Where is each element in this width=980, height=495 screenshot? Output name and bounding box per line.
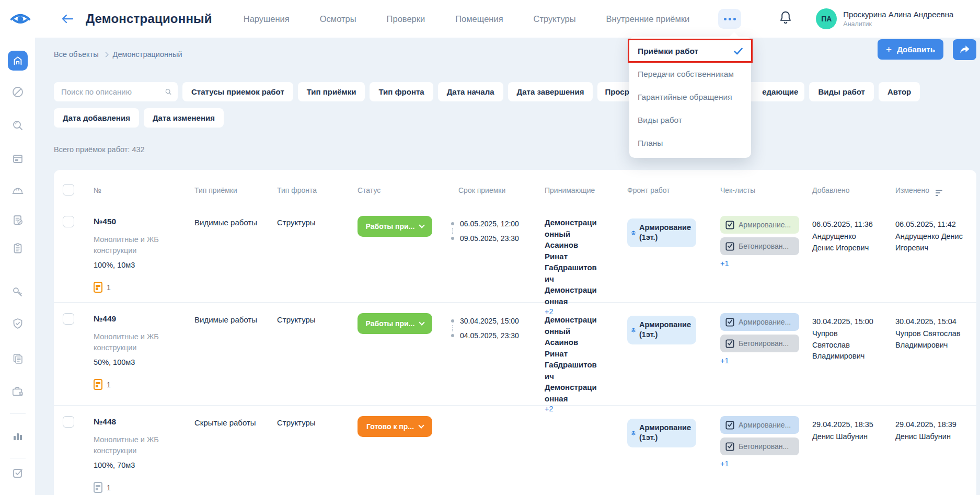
checklist-pill[interactable]: Армирование... (720, 416, 799, 434)
acceptance-type: Видимые работы (194, 218, 277, 316)
table-row[interactable]: №449 Монолитные и ЖБ конструкции 50%, 10… (54, 302, 976, 405)
work-front-pill[interactable]: Армирование (1эт.) (627, 316, 696, 344)
app-logo-eye-icon[interactable] (8, 10, 32, 27)
table-row[interactable]: №450 Монолитные и ЖБ конструкции 100%, 1… (54, 205, 976, 302)
checklist-pill[interactable]: Армирование... (720, 313, 799, 331)
term-start: 06.05.2025, 12:00 (460, 220, 519, 228)
table-row[interactable]: №448 Монолитные и ЖБ конструкции 100%, 7… (54, 405, 976, 495)
acceptance-number[interactable]: №449 (94, 314, 194, 324)
nav-internal-acceptances[interactable]: Внутренние приёмки (606, 14, 690, 24)
row-checkbox[interactable] (63, 216, 74, 227)
sidebar-item-safety[interactable] (11, 317, 24, 330)
back-button[interactable] (59, 10, 76, 28)
plus-icon (886, 44, 892, 54)
menu-item-label: Виды работ (638, 116, 682, 125)
user-name: Проскурина Алина Андреевна (843, 10, 953, 19)
term-connector (452, 228, 545, 234)
changed-by: Чупров Святослав Владимирович (895, 328, 970, 351)
principals-more-link[interactable]: +2 (545, 405, 554, 413)
checklist-label: Армирование... (739, 221, 791, 229)
menu-item-plans[interactable]: Планы (629, 132, 751, 155)
add-button[interactable]: Добавить (878, 39, 943, 60)
filter-date-added[interactable]: Дата добавления (54, 108, 139, 128)
sidebar-item-documents[interactable] (11, 352, 24, 365)
checklist-pill[interactable]: Армирование... (720, 216, 799, 234)
filter-work-types[interactable]: Виды работ (809, 82, 873, 101)
sidebar-item-acceptance-checks[interactable] (11, 214, 24, 226)
nav-checks[interactable]: Проверки (387, 14, 425, 24)
sidebar-item-construction[interactable] (11, 185, 24, 197)
checklists-cell: Армирование... Бетонирован... +1 (720, 216, 812, 316)
chevron-down-icon (418, 422, 424, 428)
sidebar-item-rooms[interactable] (11, 153, 24, 165)
filter-author[interactable]: Автор (879, 82, 920, 101)
menu-item-acceptances[interactable]: Приёмки работ (629, 40, 751, 63)
menu-item-warranty-claims[interactable]: Гарантийные обращения (629, 86, 751, 109)
breadcrumb-current[interactable]: Демонстрационный (113, 50, 182, 59)
front-type: Структуры (277, 218, 358, 316)
nav-violations[interactable]: Нарушения (244, 14, 290, 24)
sidebar-item-tasks[interactable] (11, 467, 24, 479)
search-input[interactable] (61, 87, 165, 96)
checklist-pill[interactable]: Бетонирован... (720, 237, 799, 255)
more-menu-button[interactable] (718, 9, 741, 29)
term-end: 04.05.2025, 23:30 (460, 331, 519, 340)
checklists-more-link[interactable]: +1 (720, 356, 729, 365)
filters-row-1: Статусы приемок работ Тип приёмки Тип фр… (54, 82, 920, 101)
sidebar-item-home[interactable] (8, 51, 28, 71)
nav-rooms[interactable]: Помещения (455, 14, 503, 24)
sidebar-item-analytics[interactable] (11, 430, 24, 442)
menu-item-owner-transfers[interactable]: Передачи собственникам (629, 63, 751, 86)
checklists-more-link[interactable]: +1 (720, 259, 729, 268)
breadcrumb-all-objects[interactable]: Все объекты (54, 50, 99, 59)
status-dropdown[interactable]: Готово к пр... (358, 416, 432, 437)
nav-inspections[interactable]: Осмотры (320, 14, 356, 24)
filter-start-date[interactable]: Дата начала (438, 82, 503, 101)
checklist-pill[interactable]: Бетонирован... (720, 335, 799, 352)
user-avatar[interactable]: ПА (816, 8, 837, 29)
work-front-pill[interactable]: Армирование (1эт.) (627, 419, 696, 447)
filter-front-type[interactable]: Тип фронта (370, 82, 433, 101)
menu-item-work-types[interactable]: Виды работ (629, 109, 751, 132)
sidebar-item-contractors[interactable] (11, 385, 24, 398)
row-checkbox[interactable] (63, 416, 74, 428)
attachment-count: 1 (107, 381, 111, 389)
acceptance-number[interactable]: №450 (94, 217, 194, 226)
sidebar-item-keys[interactable] (11, 286, 24, 298)
row-checkbox[interactable] (63, 313, 74, 325)
checkbox-check-icon (725, 221, 734, 229)
status-label: Работы при... (366, 319, 415, 328)
notifications-bell-icon[interactable] (779, 10, 792, 27)
work-front-pill[interactable]: Армирование (1эт.) (627, 218, 696, 247)
sidebar-item-clipboard[interactable] (11, 242, 24, 255)
left-sidebar (0, 38, 35, 495)
acceptance-subtitle: Монолитные и ЖБ конструкции (94, 234, 159, 256)
filter-date-changed[interactable]: Дата изменения (144, 108, 224, 128)
share-button[interactable] (953, 39, 976, 60)
sort-icon[interactable] (936, 190, 942, 196)
acceptances-table: № Тип приёмки Тип фронта Статус Срок при… (54, 170, 976, 495)
filter-acceptance-statuses[interactable]: Статусы приемок работ (182, 82, 293, 101)
filter-transferring-partial[interactable]: едающие (745, 82, 804, 101)
acceptance-number[interactable]: №448 (94, 417, 194, 427)
search-box[interactable] (54, 82, 178, 101)
checklists-more-link[interactable]: +1 (720, 459, 729, 468)
filters-row-2: Дата добавления Дата изменения (54, 108, 224, 128)
checkbox-check-icon (725, 442, 734, 451)
nav-structures[interactable]: Структуры (534, 14, 576, 24)
term-start-dot (451, 222, 454, 225)
main-nav: Нарушения Осмотры Проверки Помещения Стр… (244, 14, 690, 24)
checklists-cell: Армирование... Бетонирован... +1 (720, 416, 812, 495)
status-dropdown[interactable]: Работы при... (358, 313, 432, 334)
checklist-pill[interactable]: Бетонирован... (720, 438, 799, 455)
sidebar-item-search-inspections[interactable] (11, 119, 24, 132)
term-end: 09.05.2025, 23:30 (460, 234, 519, 243)
status-dropdown[interactable]: Работы при... (358, 216, 432, 237)
col-principals: Принимающие (545, 184, 627, 197)
attachment-count: 1 (107, 484, 111, 492)
filter-end-date[interactable]: Дата завершения (508, 82, 593, 101)
select-all-checkbox[interactable] (63, 184, 74, 195)
principal: Демонстрационный (545, 217, 599, 239)
filter-acceptance-type[interactable]: Тип приёмки (298, 82, 365, 101)
sidebar-item-violations[interactable] (11, 86, 24, 98)
